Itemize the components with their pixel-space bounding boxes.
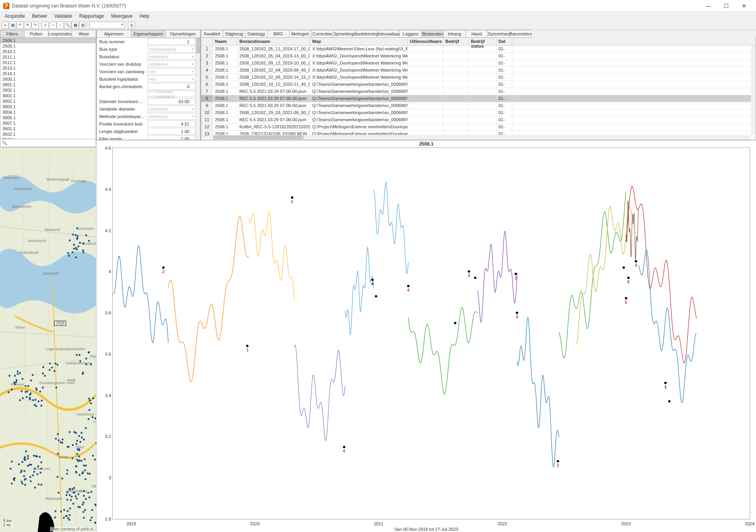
prop-tab-eigenschappen[interactable]: Eigenschappen (131, 30, 166, 38)
map-well-dot[interactable] (43, 366, 44, 368)
map-well-dot[interactable] (78, 456, 80, 458)
left-tab-looprondes[interactable]: Looprondes (48, 30, 72, 38)
table-column-header[interactable]: Bedrijf status (469, 38, 497, 45)
map-well-dot[interactable] (70, 499, 72, 501)
map-well-dot[interactable] (17, 373, 19, 375)
filter-item[interactable]: 2508.1 (0, 38, 96, 43)
map-well-dot[interactable] (91, 416, 93, 418)
map-well-dot[interactable] (28, 464, 30, 466)
map-well-dot[interactable] (80, 460, 82, 462)
table-row[interactable]: 62508.12508_128182_10_12_2020-11_45_00.D… (201, 81, 756, 88)
map-well-dot[interactable] (88, 418, 90, 420)
left-tab-filters[interactable]: Filters (0, 30, 24, 38)
map-well-dot[interactable] (72, 502, 74, 504)
tool-zoom-fit-icon[interactable]: ⤢ (42, 22, 49, 29)
table-hscrollbar[interactable] (213, 135, 751, 140)
map-well-dot[interactable] (44, 375, 46, 377)
prop-tab-algemeen[interactable]: Algemeen (96, 30, 131, 38)
map-well-dot[interactable] (84, 478, 86, 480)
map-well-dot[interactable] (78, 506, 80, 508)
map-well-dot[interactable] (84, 458, 86, 460)
map-well-dot[interactable] (90, 491, 92, 493)
map-well-dot[interactable] (85, 363, 87, 365)
data-tab-stijghoog[interactable]: Stijghoog (223, 30, 245, 38)
map-well-dot[interactable] (69, 514, 70, 516)
map-well-dot[interactable] (84, 509, 86, 511)
data-tab-aantekening[interactable]: Aantekening (355, 30, 377, 38)
map-well-dot[interactable] (24, 456, 26, 458)
tool-grid2-icon[interactable]: ▥ (79, 22, 86, 29)
tool-zoom-icon[interactable]: 🔍 (64, 22, 71, 29)
map-well-dot[interactable] (32, 399, 34, 401)
map-well-dot[interactable] (21, 461, 23, 463)
map-well-dot[interactable] (88, 397, 90, 399)
map-well-dot[interactable] (24, 479, 26, 481)
property-value[interactable]: nee (147, 76, 195, 82)
chart-panel[interactable]: 2508.1 2.833.23.43.63.844.24.44.62019202… (96, 140, 756, 532)
filter-item[interactable]: 2600.1 (0, 76, 96, 82)
prop-tab-opmerkingen[interactable]: Opmerkingen (165, 30, 200, 38)
map-well-dot[interactable] (77, 493, 79, 495)
table-row[interactable]: 12508.12508_128182_05_11_2018-17_00_00.D… (201, 46, 756, 53)
property-value[interactable]: 0 (147, 83, 195, 90)
data-tab-bestanden[interactable]: Bestanden (421, 30, 443, 38)
map-well-dot[interactable] (94, 458, 96, 460)
menu-rapportage[interactable]: Rapportage (76, 13, 107, 20)
map-well-dot[interactable] (68, 255, 70, 257)
property-value[interactable]: onbekend (147, 113, 195, 120)
map-well-dot[interactable] (78, 474, 80, 476)
map-well-dot[interactable] (85, 357, 87, 359)
filter-item[interactable]: 2509.1 (0, 43, 96, 49)
map-well-dot[interactable] (73, 244, 75, 246)
map-well-dot[interactable] (26, 396, 28, 398)
map-well-dot[interactable] (57, 433, 59, 435)
filter-item[interactable]: 3005.1 (0, 115, 96, 120)
map-well-dot[interactable] (76, 238, 78, 240)
filter-item[interactable]: 3003.1 (0, 104, 96, 109)
map-well-dot[interactable] (83, 495, 85, 497)
map-well-dot[interactable] (49, 362, 51, 364)
map-well-dot[interactable] (89, 519, 91, 521)
map-well-dot[interactable] (33, 471, 35, 473)
map-well-dot[interactable] (79, 354, 81, 356)
map-well-dot[interactable] (20, 469, 22, 471)
map-well-dot[interactable] (78, 460, 80, 462)
table-row[interactable]: 92508.1REC 5.5 2021.03.29 07-00-00.jsonQ… (201, 102, 756, 109)
map-well-dot[interactable] (90, 363, 92, 365)
map-well-dot[interactable] (32, 374, 33, 376)
filter-item[interactable]: 3502.1 (0, 131, 96, 137)
map-well-dot[interactable] (84, 469, 86, 471)
map-well-dot[interactable] (20, 471, 22, 473)
table-row[interactable]: 22508.12508_128182_05_04_2019-13_00_00.D… (201, 53, 756, 60)
map-well-dot[interactable] (83, 501, 85, 503)
menu-weergave[interactable]: Weergave (108, 13, 135, 20)
map-well-dot[interactable] (15, 381, 17, 383)
property-value[interactable]: 63.00 (147, 98, 195, 105)
map-well-dot[interactable] (24, 458, 26, 460)
map-well-dot[interactable] (73, 248, 75, 249)
map-well-dot[interactable] (75, 472, 77, 474)
map-well-dot[interactable] (93, 397, 94, 399)
map-well-dot[interactable] (41, 467, 43, 469)
map-well-dot[interactable] (83, 490, 85, 492)
map-well-dot[interactable] (57, 491, 59, 493)
map-well-dot[interactable] (75, 256, 77, 258)
map-well-dot[interactable] (81, 436, 83, 438)
map-well-dot[interactable] (29, 393, 31, 395)
map-well-dot[interactable] (8, 375, 10, 377)
map-well-dot[interactable] (63, 509, 65, 511)
map-well-dot[interactable] (88, 351, 90, 353)
map-well-dot[interactable] (21, 390, 23, 392)
map-well-dot[interactable] (69, 431, 70, 433)
map-well-dot[interactable] (18, 463, 20, 465)
map-well-dot[interactable] (60, 511, 62, 513)
filter-item[interactable]: 3007.1 (0, 120, 96, 126)
map-well-dot[interactable] (89, 496, 91, 498)
map-well-dot[interactable] (29, 476, 31, 478)
map-well-dot[interactable] (75, 495, 77, 497)
map-well-dot[interactable] (69, 494, 70, 496)
map-well-dot[interactable] (78, 435, 80, 437)
map-well-dot[interactable] (75, 432, 77, 434)
data-tab-metingen[interactable]: Metingen (289, 30, 311, 38)
table-column-header[interactable]: Naam (213, 38, 237, 45)
